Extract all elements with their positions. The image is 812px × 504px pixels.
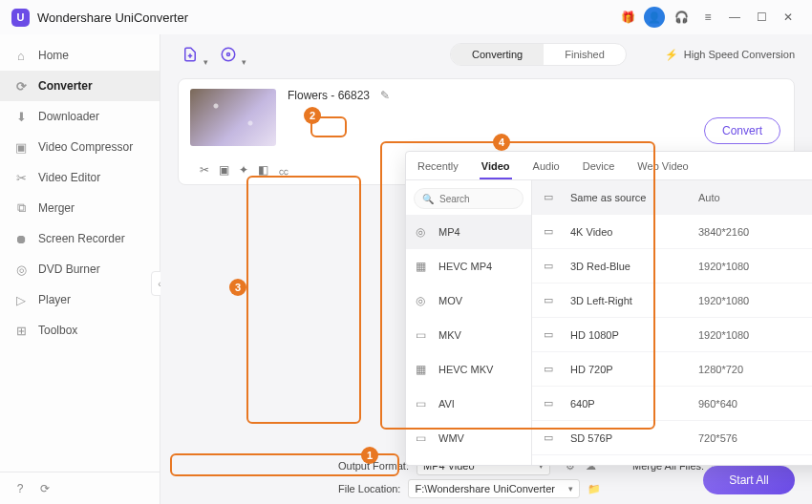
high-speed-label: High Speed Conversion	[684, 49, 795, 60]
sidebar-item-label: Home	[38, 49, 69, 62]
home-icon: ⌂	[13, 49, 29, 63]
content: ▾ ▾ Converting Finished ⚡ High Speed Con…	[160, 34, 812, 504]
sidebar-item-label: Screen Recorder	[38, 232, 125, 245]
format-item-wmv[interactable]: ▭WMV	[406, 421, 531, 455]
format-tab-device[interactable]: Device	[581, 160, 617, 179]
maximize-icon[interactable]: ☐	[749, 5, 774, 30]
sidebar-item-dvd-burner[interactable]: ◎DVD Burner	[0, 254, 160, 284]
file-location-select[interactable]: F:\Wondershare UniConverter ▾	[408, 479, 580, 498]
avatar[interactable]: 👤	[642, 5, 667, 30]
video-icon: ▭	[544, 397, 557, 410]
format-item-hevc-mkv[interactable]: ▦HEVC MKV	[406, 352, 531, 387]
close-icon[interactable]: ✕	[776, 5, 801, 30]
file-title: Flowers - 66823	[288, 89, 370, 102]
tab-finished[interactable]: Finished	[544, 44, 626, 65]
minimize-icon[interactable]: —	[722, 5, 747, 30]
open-folder-icon[interactable]: 📁	[588, 483, 601, 495]
resolution-row[interactable]: ▭640P960*640✎	[532, 387, 812, 421]
resolution-name: 3D Red-Blue	[570, 261, 685, 272]
format-item-hevc-mp4[interactable]: ▦HEVC MP4	[406, 249, 531, 284]
format-icon: ▭	[416, 431, 429, 445]
format-tab-video[interactable]: Video	[480, 160, 512, 179]
sidebar-item-merger[interactable]: ⧉Merger	[0, 193, 160, 223]
format-icon: ▦	[416, 363, 429, 376]
resolution-value: 720*576	[698, 432, 812, 444]
thumb-tools: ✂ ▣ ✦ ◧ ㏄	[200, 163, 289, 179]
effect-icon[interactable]: ✦	[239, 163, 248, 179]
format-item-mov[interactable]: ◎MOV	[406, 284, 531, 318]
watermark-icon[interactable]: ◧	[258, 163, 268, 179]
dvd-burner-icon: ◎	[13, 262, 29, 277]
add-file-button[interactable]: ▾	[178, 42, 203, 67]
screen-recorder-icon: ⏺	[13, 232, 29, 246]
menu-icon[interactable]: ≡	[695, 5, 720, 30]
app-title: Wondershare UniConverter	[37, 10, 188, 25]
file-location-label: File Location:	[338, 483, 400, 494]
tab-converting[interactable]: Converting	[451, 44, 544, 65]
refresh-icon[interactable]: ⟳	[38, 482, 52, 495]
sidebar-item-screen-recorder[interactable]: ⏺Screen Recorder	[0, 223, 160, 254]
trim-icon[interactable]: ✂	[200, 163, 209, 179]
downloader-icon: ⬇	[13, 110, 29, 124]
video-thumbnail[interactable]	[190, 89, 276, 146]
subtitle-icon[interactable]: ㏄	[278, 163, 289, 179]
headset-icon[interactable]: 🎧	[669, 5, 694, 30]
converter-icon: ⟳	[13, 79, 29, 94]
resolution-row[interactable]: ▭SD 576P720*576✎	[532, 421, 812, 455]
merger-icon: ⧉	[13, 200, 29, 216]
resolution-row[interactable]: ▭4K Video3840*2160✎	[532, 215, 812, 249]
resolution-name: HD 720P	[570, 364, 685, 375]
sidebar-item-toolbox[interactable]: ⊞Toolbox	[0, 315, 160, 346]
format-icon: ◎	[416, 294, 429, 307]
convert-button[interactable]: Convert	[704, 117, 780, 144]
gift-icon[interactable]: 🎁	[615, 5, 640, 30]
format-tab-web-video[interactable]: Web Video	[635, 160, 690, 179]
crop-icon[interactable]: ▣	[219, 163, 229, 179]
callout-badge-2: 2	[304, 107, 321, 124]
sidebar-item-video-editor[interactable]: ✂Video Editor	[0, 162, 160, 193]
format-dropdown: RecentlyVideoAudioDeviceWeb Video 🔍 ◎MP4…	[405, 151, 812, 466]
format-label: AVI	[438, 398, 455, 410]
format-label: MOV	[438, 295, 462, 306]
format-label: HEVC MKV	[438, 364, 493, 375]
sidebar-item-converter[interactable]: ⟳Converter	[0, 71, 160, 101]
resolution-name: 3D Left-Right	[570, 295, 685, 306]
resolution-value: 3840*2160	[698, 226, 812, 238]
file-location-value: F:\Wondershare UniConverter	[415, 483, 555, 494]
format-label: MP4	[438, 226, 460, 238]
video-compressor-icon: ▣	[13, 140, 29, 155]
resolution-row[interactable]: ▭HD 720P1280*720✎	[532, 352, 812, 387]
help-icon[interactable]: ?	[13, 482, 27, 495]
format-item-mkv[interactable]: ▭MKV	[406, 318, 531, 352]
format-item-avi[interactable]: ▭AVI	[406, 387, 531, 421]
start-all-button[interactable]: Start All	[703, 466, 795, 494]
format-icon: ▭	[416, 397, 429, 410]
resolution-value: 1920*1080	[698, 329, 812, 341]
callout-badge-3: 3	[229, 279, 246, 296]
resolution-row[interactable]: ▭HD 1080P1920*1080✎	[532, 318, 812, 352]
format-item-mp4[interactable]: ◎MP4	[406, 215, 531, 249]
format-icon: ▦	[416, 260, 429, 273]
add-dvd-button[interactable]: ▾	[216, 42, 241, 67]
video-icon: ▭	[544, 294, 557, 306]
resolution-row[interactable]: ▭3D Left-Right1920*1080✎	[532, 284, 812, 318]
sidebar-item-video-compressor[interactable]: ▣Video Compressor	[0, 132, 160, 162]
video-icon: ▭	[544, 260, 557, 272]
format-tab-audio[interactable]: Audio	[531, 160, 562, 179]
high-speed-toggle[interactable]: ⚡ High Speed Conversion	[665, 49, 795, 61]
resolution-list: ▭Same as sourceAuto✎▭4K Video3840*2160✎▭…	[532, 180, 812, 465]
sidebar-item-downloader[interactable]: ⬇Downloader	[0, 101, 160, 132]
video-icon: ▭	[544, 363, 557, 375]
video-icon: ▭	[544, 328, 557, 341]
format-search[interactable]: 🔍	[414, 188, 524, 209]
rename-icon[interactable]: ✎	[380, 89, 390, 102]
sidebar-item-label: Downloader	[38, 110, 99, 123]
resolution-row[interactable]: ▭Same as sourceAuto✎	[532, 180, 812, 215]
sidebar-item-player[interactable]: ▷Player	[0, 284, 160, 315]
format-tab-recently[interactable]: Recently	[416, 160, 460, 179]
resolution-row[interactable]: ▭3D Red-Blue1920*1080✎	[532, 249, 812, 284]
sidebar-item-home[interactable]: ⌂Home	[0, 40, 160, 71]
callout-outline-3	[246, 176, 361, 424]
resolution-name: Same as source	[570, 192, 685, 203]
toolbox-icon: ⊞	[13, 324, 29, 338]
